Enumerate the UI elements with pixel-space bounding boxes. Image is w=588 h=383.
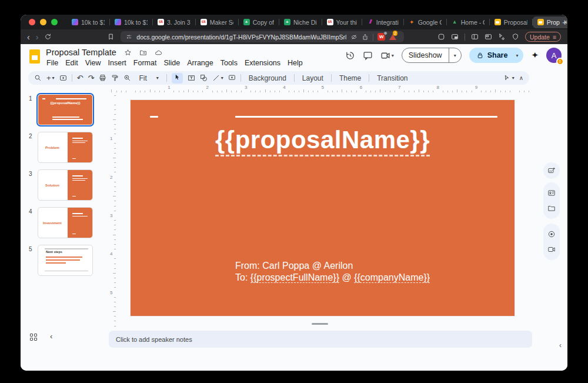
- back-icon[interactable]: ‹: [27, 33, 30, 41]
- undo-icon[interactable]: ↶: [77, 74, 83, 82]
- move-folder-icon[interactable]: [139, 49, 147, 56]
- version-history-icon[interactable]: [345, 51, 355, 61]
- speaker-notes-input[interactable]: Click to add speaker notes: [109, 331, 532, 348]
- ruler-number: 3: [245, 85, 247, 90]
- star-icon[interactable]: [124, 49, 132, 56]
- browser-tab[interactable]: +Niche Di: [279, 16, 322, 28]
- menu-extensions[interactable]: Extensions: [241, 58, 284, 68]
- share-button[interactable]: Share ▾: [469, 48, 524, 63]
- line-tool-button[interactable]: ▾: [212, 74, 223, 82]
- menu-slide[interactable]: Slide: [160, 58, 183, 68]
- menu-view[interactable]: View: [82, 58, 105, 68]
- document-title[interactable]: Proposal Template: [46, 48, 116, 57]
- folder-icon[interactable]: [547, 204, 556, 212]
- insert-comment-icon[interactable]: [228, 74, 236, 82]
- comments-icon[interactable]: [363, 51, 373, 61]
- browser-tab[interactable]: 10k to $1: [67, 16, 109, 28]
- slide-title[interactable]: {{proposalName}}: [131, 126, 514, 154]
- collapse-filmstrip-icon[interactable]: ‹: [50, 332, 52, 341]
- tab-strip: 10k to $110k to $1sk3. Join 3skMaker Sc+…: [21, 15, 567, 29]
- picture-in-picture-icon[interactable]: [451, 33, 459, 41]
- grid-view-icon[interactable]: [30, 334, 37, 341]
- select-tool-button[interactable]: [172, 73, 183, 84]
- browser-tab[interactable]: sk3. Join 3: [153, 16, 195, 28]
- print-icon[interactable]: [99, 74, 106, 82]
- slide-thumbnail-1[interactable]: {{proposalName}}: [38, 94, 93, 125]
- slide-thumbnail-3[interactable]: Solution: [38, 169, 93, 201]
- share-page-icon[interactable]: [362, 34, 369, 41]
- slides-logo-icon[interactable]: [29, 49, 40, 64]
- transition-button[interactable]: Transition: [374, 74, 410, 82]
- menu-edit[interactable]: Edit: [62, 58, 82, 68]
- menu-help[interactable]: Help: [284, 58, 306, 68]
- laser-pointer-button[interactable]: ▾: [503, 74, 514, 82]
- site-settings-icon[interactable]: [126, 34, 132, 40]
- address-bar[interactable]: docs.google.com/presentation/d/1gT-H8iVP…: [121, 31, 404, 42]
- slide-thumbnail-2[interactable]: Problem: [38, 132, 93, 163]
- new-slide-button[interactable]: +▾: [46, 74, 55, 82]
- menu-insert[interactable]: Insert: [105, 58, 130, 68]
- browser-tab[interactable]: ▲Home - G: [447, 16, 489, 28]
- close-window-button[interactable]: [29, 19, 35, 25]
- meet-button[interactable]: ▾: [380, 51, 394, 61]
- slideshow-button[interactable]: Slideshow ▾: [402, 48, 462, 63]
- menu-file[interactable]: File: [43, 58, 62, 68]
- browser-tab[interactable]: ///Integrati: [362, 16, 403, 28]
- layout-button[interactable]: Layout: [299, 74, 326, 82]
- zoom-in-icon[interactable]: [123, 74, 131, 82]
- shapes-icon[interactable]: [200, 74, 208, 82]
- contacts-icon[interactable]: [547, 189, 556, 197]
- forward-icon[interactable]: ›: [36, 33, 39, 41]
- menu-arrange[interactable]: Arrange: [183, 58, 216, 68]
- slide-thumbnail-5[interactable]: Next steps: [38, 245, 93, 276]
- search-icon[interactable]: [34, 74, 42, 82]
- menu-tools[interactable]: Tools: [217, 58, 241, 68]
- reload-icon[interactable]: [44, 33, 52, 41]
- minimize-window-button[interactable]: [40, 19, 46, 25]
- slide-canvas[interactable]: {{proposalName}} From: Carl Poppa @ Aeri…: [131, 100, 514, 316]
- collapse-toolbar-icon[interactable]: ∧: [519, 75, 523, 81]
- screen-record-icon[interactable]: [547, 245, 556, 254]
- collapse-panel-icon[interactable]: ‹: [559, 341, 562, 349]
- add-slide-icon[interactable]: [59, 74, 67, 82]
- browser-tab[interactable]: +Copy of: [239, 16, 279, 28]
- browser-tab[interactable]: skMaker Sc: [196, 16, 238, 28]
- slide-thumbnail-4[interactable]: Investment: [38, 207, 93, 238]
- paint-format-icon[interactable]: [111, 74, 119, 82]
- extension-w-icon[interactable]: W: [377, 33, 385, 41]
- zoom-window-button[interactable]: [51, 19, 58, 25]
- browser-tab[interactable]: Proposal: [490, 16, 532, 28]
- slide-from-to-text[interactable]: From: Carl Poppa @ Aerilon To: {{prospec…: [235, 260, 430, 284]
- new-tab-button[interactable]: +: [562, 17, 567, 27]
- bookmark-icon[interactable]: [107, 33, 115, 41]
- background-button[interactable]: Background: [246, 74, 289, 82]
- share-dropdown-icon[interactable]: ▾: [512, 53, 523, 58]
- ruler-tick: [289, 91, 289, 92]
- tab-group-icon[interactable]: [485, 33, 492, 41]
- sidebar-toggle-icon[interactable]: [471, 33, 479, 41]
- divider: [373, 34, 373, 41]
- menu-format[interactable]: Format: [130, 58, 161, 68]
- zoom-select[interactable]: Fit▾: [136, 74, 161, 82]
- extensions-icon[interactable]: [437, 33, 445, 41]
- lock-icon: [476, 52, 484, 59]
- ruler-tick: [114, 326, 116, 327]
- filmstrip-resize-handle[interactable]: [312, 323, 328, 325]
- theme-button[interactable]: Theme: [336, 74, 364, 82]
- slideshow-dropdown-icon[interactable]: ▾: [449, 53, 461, 58]
- record-icon[interactable]: [547, 230, 556, 238]
- shield-icon[interactable]: [512, 33, 519, 41]
- extension-triangle-icon[interactable]: 2: [389, 34, 396, 40]
- insert-image-icon[interactable]: [547, 166, 556, 175]
- cloud-status-icon[interactable]: [155, 49, 162, 56]
- browser-tab[interactable]: 10k to $1: [110, 16, 152, 28]
- eye-off-icon[interactable]: [350, 34, 358, 41]
- text-box-icon[interactable]: [188, 74, 195, 82]
- update-button[interactable]: Update ≡: [525, 32, 561, 42]
- gemini-sparkle-icon[interactable]: ✦: [531, 50, 539, 61]
- avatar[interactable]: A !: [546, 48, 562, 63]
- browser-tab[interactable]: skYour thi: [322, 16, 362, 28]
- cursor-assist-icon[interactable]: [498, 33, 506, 41]
- redo-icon[interactable]: ↷: [88, 74, 95, 82]
- browser-tab[interactable]: ✦Google C: [404, 16, 446, 28]
